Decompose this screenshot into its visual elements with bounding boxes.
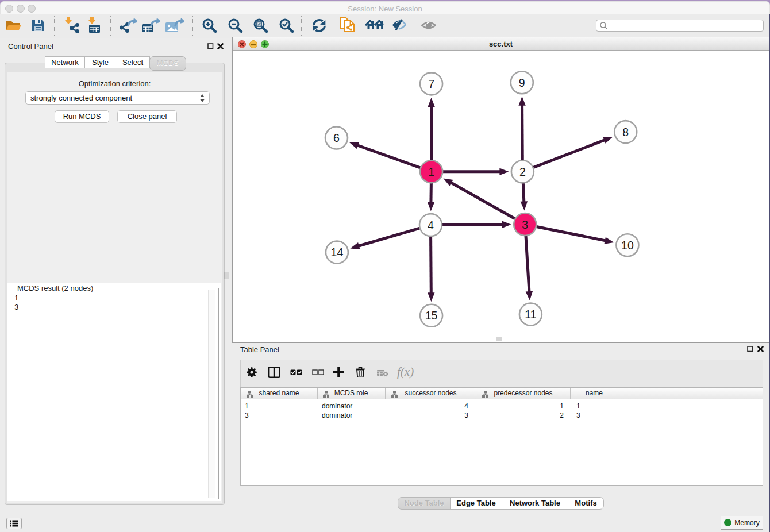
- svg-text:4: 4: [428, 219, 434, 232]
- svg-text:3: 3: [522, 218, 528, 231]
- svg-text:14: 14: [331, 246, 344, 259]
- svg-text:11: 11: [525, 308, 536, 321]
- svg-text:7: 7: [428, 78, 434, 90]
- svg-text:15: 15: [425, 309, 438, 322]
- svg-text:2: 2: [519, 165, 526, 178]
- svg-text:10: 10: [621, 239, 634, 252]
- svg-text:6: 6: [333, 132, 340, 144]
- svg-text:8: 8: [622, 126, 629, 138]
- svg-text:1: 1: [428, 165, 434, 178]
- svg-text:9: 9: [519, 76, 525, 89]
